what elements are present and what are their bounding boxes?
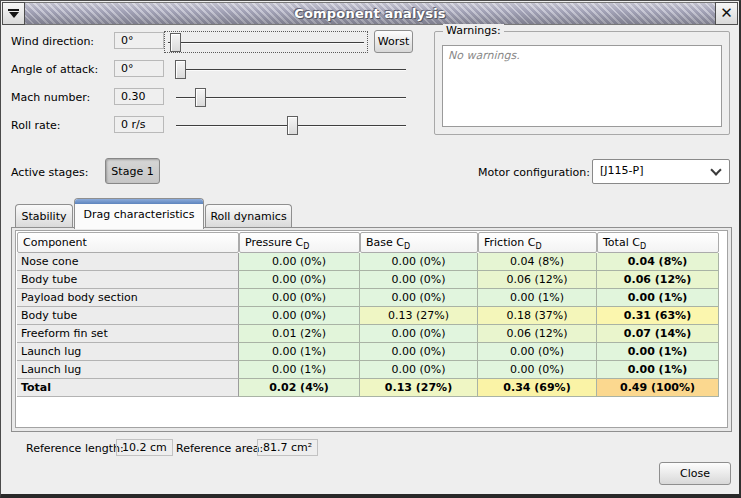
worst-button[interactable]: Worst [374,30,413,53]
close-icon: ✕ [720,6,733,21]
drag-table: Component Pressure CD Base CD Friction C… [17,232,719,397]
value-cell: 0.02 (4%) [239,379,360,397]
reference-length-value: 10.2 cm [116,439,173,456]
column-header-label: Total C [603,236,640,249]
reference-length-label: Reference length: [26,442,124,455]
column-header-label: Component [23,236,87,249]
column-header-label: Friction C [484,236,535,249]
column-header-sub: D [535,242,541,251]
component-cell: Freeform fin set [17,325,239,343]
value-cell: 0.00 (0%) [239,289,360,307]
tab-drag-characteristics[interactable]: Drag characteristics [74,198,204,229]
close-button[interactable]: Close [659,462,731,485]
wind-direction-slider[interactable] [164,31,368,53]
value-cell: 0.00 (0%) [239,307,360,325]
table-row[interactable]: Freeform fin set0.01 (2%)0.00 (0%)0.06 (… [17,325,719,343]
active-stages-label: Active stages: [11,166,89,179]
titlebar-stripes[interactable]: Component analysis [25,2,715,25]
table-row[interactable]: Launch lug0.00 (1%)0.00 (0%)0.00 (0%)0.0… [17,343,719,361]
mach-number-field[interactable]: 0.30 [114,88,164,105]
slider-track [176,97,406,99]
value-cell: 0.00 (0%) [360,361,478,379]
column-header-label: Pressure C [245,236,303,249]
drag-table-header: Component Pressure CD Base CD Friction C… [17,232,719,253]
value-cell: 0.00 (0%) [360,253,478,271]
mach-number-label: Mach number: [11,91,90,104]
angle-of-attack-field[interactable]: 0° [114,60,164,77]
value-cell: 0.00 (1%) [478,289,597,307]
table-row[interactable]: Payload body section0.00 (0%)0.00 (0%)0.… [17,289,719,307]
component-cell: Payload body section [17,289,239,307]
column-header-base-cd[interactable]: Base CD [360,232,478,253]
reference-area-label: Reference area: [176,442,263,455]
slider-track [168,42,364,44]
column-header-total-cd[interactable]: Total CD [597,232,719,253]
drag-characteristics-panel: Component Pressure CD Base CD Friction C… [11,227,732,432]
column-header-pressure-cd[interactable]: Pressure CD [239,232,360,253]
roll-rate-field[interactable]: 0 r/s [114,116,164,133]
value-cell: 0.00 (0%) [360,271,478,289]
column-header-label: Base C [366,236,404,249]
table-scrollpane[interactable]: Component Pressure CD Base CD Friction C… [15,230,728,428]
value-cell: 0.00 (0%) [360,343,478,361]
warnings-list[interactable]: No warnings. [442,45,722,127]
slider-thumb[interactable] [195,88,206,107]
value-cell: 0.13 (27%) [360,379,478,397]
drag-table-rows: Nose cone0.00 (0%)0.00 (0%)0.04 (8%)0.04… [17,253,719,397]
value-cell: 0.00 (0%) [360,289,478,307]
table-row[interactable]: Launch lug0.00 (1%)0.00 (0%)0.00 (0%)0.0… [17,361,719,379]
no-warnings-text: No warnings. [448,49,520,62]
component-cell: Nose cone [17,253,239,271]
column-header-component[interactable]: Component [17,232,239,253]
value-cell: 0.00 (1%) [239,343,360,361]
combo-dropdown-button[interactable] [703,160,729,183]
warnings-group-title: Warnings: [443,24,504,37]
table-row[interactable]: Total0.02 (4%)0.13 (27%)0.34 (69%)0.49 (… [17,379,719,397]
value-cell: 0.00 (1%) [597,289,719,307]
table-row[interactable]: Nose cone0.00 (0%)0.00 (0%)0.04 (8%)0.04… [17,253,719,271]
wind-direction-field[interactable]: 0° [114,32,164,49]
component-cell: Launch lug [17,343,239,361]
value-cell: 0.34 (69%) [478,379,597,397]
stage-1-toggle[interactable]: Stage 1 [105,158,160,184]
value-cell: 0.06 (12%) [478,325,597,343]
value-cell: 0.18 (37%) [478,307,597,325]
close-window-button[interactable]: ✕ [715,2,738,25]
slider-thumb[interactable] [287,116,298,135]
component-cell: Body tube [17,307,239,325]
value-cell: 0.00 (0%) [239,271,360,289]
slider-thumb[interactable] [175,60,186,79]
mach-number-slider[interactable] [173,87,409,109]
value-cell: 0.31 (63%) [597,307,719,325]
angle-of-attack-slider[interactable] [173,59,409,81]
chevron-down-icon [710,164,721,175]
value-cell: 0.00 (1%) [597,361,719,379]
table-row[interactable]: Body tube0.00 (0%)0.13 (27%)0.18 (37%)0.… [17,307,719,325]
value-cell: 0.06 (12%) [597,271,719,289]
value-cell: 0.00 (1%) [239,361,360,379]
window-menu-button[interactable] [2,2,25,25]
roll-rate-slider[interactable] [173,115,409,137]
tab-stability[interactable]: Stability [15,204,73,227]
roll-rate-label: Roll rate: [11,119,61,132]
value-cell: 0.00 (0%) [478,361,597,379]
tab-roll-dynamics[interactable]: Roll dynamics [205,204,292,227]
selected-tab-accent [75,199,203,204]
component-cell: Body tube [17,271,239,289]
value-cell: 0.00 (1%) [597,343,719,361]
component-cell: Total [17,379,239,397]
column-header-friction-cd[interactable]: Friction CD [478,232,597,253]
motor-configuration-value: [J115-P] [593,160,703,183]
table-row[interactable]: Body tube0.00 (0%)0.00 (0%)0.06 (12%)0.0… [17,271,719,289]
titlebar: Component analysis ✕ [2,2,738,25]
warnings-group: Warnings: No warnings. [434,31,730,135]
slider-thumb[interactable] [170,33,181,52]
motor-configuration-label: Motor configuration: [478,166,590,179]
value-cell: 0.04 (8%) [478,253,597,271]
wind-direction-label: Wind direction: [11,35,94,48]
value-cell: 0.06 (12%) [478,271,597,289]
value-cell: 0.00 (0%) [239,253,360,271]
angle-of-attack-label: Angle of attack: [11,63,98,76]
motor-configuration-select[interactable]: [J115-P] [592,159,730,184]
component-cell: Launch lug [17,361,239,379]
